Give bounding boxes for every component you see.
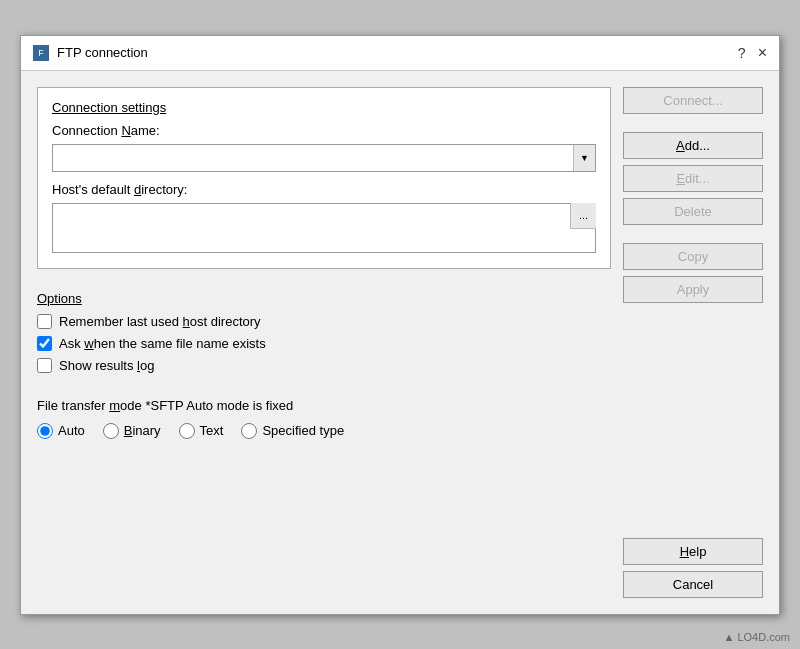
show-results-log-label: Show results log — [59, 358, 154, 373]
show-results-log-checkbox[interactable] — [37, 358, 52, 373]
radio-specified-option: Specified type — [241, 423, 344, 439]
radio-text-label: Text — [200, 423, 224, 438]
ftp-icon: F — [33, 45, 49, 61]
radio-binary-label: Binary — [124, 423, 161, 438]
watermark-text: LO4D.com — [737, 631, 790, 643]
options-label: Options — [37, 291, 611, 306]
watermark: ▲ LO4D.com — [723, 631, 790, 643]
delete-button[interactable]: Delete — [623, 198, 763, 225]
title-bar-controls: ? × — [738, 44, 767, 62]
radio-text-option: Text — [179, 423, 224, 439]
checkbox-ask-row: Ask when the same file name exists — [37, 336, 611, 351]
radio-auto[interactable] — [37, 423, 53, 439]
radio-binary[interactable] — [103, 423, 119, 439]
host-dir-label: Host's default directory: — [52, 182, 596, 197]
connection-name-label: Connection Name: — [52, 123, 596, 138]
options-section: Options Remember last used host director… — [37, 291, 611, 380]
connection-settings-section: Connection settings Connection Name: ▼ H… — [37, 87, 611, 269]
radio-specified[interactable] — [241, 423, 257, 439]
copy-button[interactable]: Copy — [623, 243, 763, 270]
ask-same-filename-checkbox[interactable] — [37, 336, 52, 351]
title-bar: F FTP connection ? × — [21, 36, 779, 71]
connection-name-dropdown[interactable]: ▼ — [573, 145, 595, 171]
connection-settings-label: Connection settings — [52, 100, 596, 115]
radio-auto-option: Auto — [37, 423, 85, 439]
edit-button[interactable]: Edit... — [623, 165, 763, 192]
checkbox-remember-row: Remember last used host directory — [37, 314, 611, 329]
add-button[interactable]: Add... — [623, 132, 763, 159]
connection-name-input[interactable] — [53, 145, 573, 171]
radio-binary-option: Binary — [103, 423, 161, 439]
remember-dir-label: Remember last used host directory — [59, 314, 261, 329]
remember-dir-checkbox[interactable] — [37, 314, 52, 329]
side-panel: Connect... Add... Edit... Delete Copy Ap… — [623, 87, 763, 598]
host-dir-area: ... — [52, 203, 596, 256]
ftp-connection-dialog: F FTP connection ? × Connection settings… — [20, 35, 780, 615]
help-button[interactable]: Help — [623, 538, 763, 565]
radio-auto-label: Auto — [58, 423, 85, 438]
transfer-mode-radio-row: Auto Binary Text Specified type — [37, 423, 611, 439]
radio-text[interactable] — [179, 423, 195, 439]
close-button[interactable]: × — [758, 44, 767, 62]
transfer-mode-label: File transfer mode *SFTP Auto mode is fi… — [37, 398, 611, 413]
title-bar-left: F FTP connection — [33, 45, 148, 61]
host-dir-input[interactable] — [52, 203, 596, 253]
main-panel: Connection settings Connection Name: ▼ H… — [37, 87, 611, 598]
ask-same-filename-label: Ask when the same file name exists — [59, 336, 266, 351]
dialog-body: Connection settings Connection Name: ▼ H… — [21, 71, 779, 614]
cancel-button[interactable]: Cancel — [623, 571, 763, 598]
checkbox-show-log-row: Show results log — [37, 358, 611, 373]
dialog-title: FTP connection — [57, 45, 148, 60]
browse-button[interactable]: ... — [570, 203, 596, 229]
apply-button[interactable]: Apply — [623, 276, 763, 303]
transfer-mode-section: File transfer mode *SFTP Auto mode is fi… — [37, 398, 611, 439]
connect-button[interactable]: Connect... — [623, 87, 763, 114]
help-icon[interactable]: ? — [738, 45, 746, 61]
radio-specified-label: Specified type — [262, 423, 344, 438]
connection-name-row: ▼ — [52, 144, 596, 172]
